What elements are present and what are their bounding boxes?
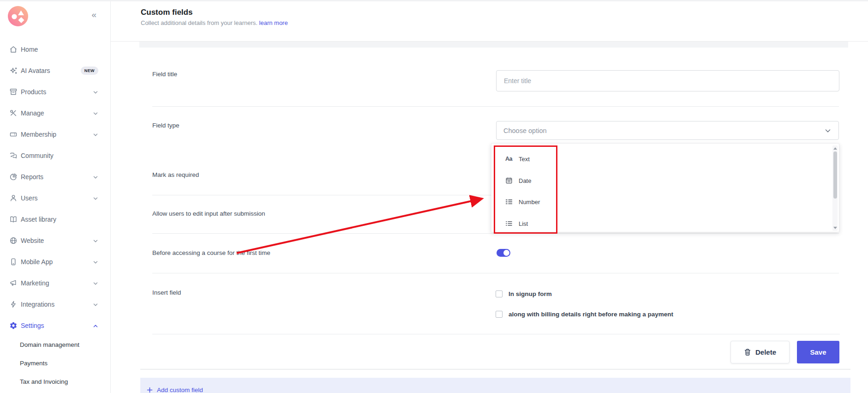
sidebar-subitem-payments[interactable]: Payments: [0, 354, 110, 372]
field-title-label: Field title: [152, 71, 177, 78]
chevron-down-icon: [93, 302, 98, 309]
window-top-edge: [0, 0, 868, 1]
sidebar-item-settings[interactable]: Settings: [0, 315, 110, 336]
sidebar-item-label: Membership: [21, 131, 56, 138]
delete-button[interactable]: Delete: [730, 341, 790, 363]
integrations-zap-icon: [9, 300, 18, 308]
sidebar-nav: Home AI Avatars NEW Products Manage Memb…: [0, 39, 110, 336]
annotation-arrow: [231, 192, 489, 259]
add-custom-field-button[interactable]: Add custom field: [147, 387, 203, 393]
settings-submenu: Domain management Payments Tax and Invoi…: [0, 335, 110, 391]
billing-details-label: along with billing details right before …: [509, 311, 673, 318]
chevron-down-icon: [93, 195, 98, 203]
users-icon: [9, 194, 18, 202]
sidebar-item-community[interactable]: Community: [0, 145, 110, 166]
sidebar-item-asset-library[interactable]: Asset library: [0, 209, 110, 230]
sidebar-item-mobile-app[interactable]: Mobile App: [0, 251, 110, 272]
sidebar-item-ai-avatars[interactable]: AI Avatars NEW: [0, 60, 110, 81]
sidebar-item-products[interactable]: Products: [0, 81, 110, 103]
sidebar-item-label: Marketing: [21, 279, 49, 287]
manage-tools-icon: [9, 109, 18, 117]
select-placeholder: Choose option: [503, 127, 547, 134]
community-chat-icon: [9, 151, 18, 160]
save-button[interactable]: Save: [797, 341, 839, 363]
sidebar-item-label: AI Avatars: [21, 67, 50, 74]
chevron-down-icon: [93, 110, 98, 118]
membership-ticket-icon: [9, 130, 18, 139]
allow-edit-label: Allow users to edit input after submissi…: [152, 210, 265, 217]
scrollbar-down-arrow-icon[interactable]: [833, 227, 837, 229]
brand-logo[interactable]: [8, 6, 28, 26]
field-type-label: Field type: [152, 122, 180, 129]
chevron-down-icon: [93, 259, 98, 266]
chevron-up-icon: [93, 323, 98, 330]
settings-gear-icon: [9, 321, 18, 330]
save-button-label: Save: [810, 348, 826, 356]
sidebar-item-users[interactable]: Users: [0, 187, 110, 209]
chevron-down-icon: [93, 89, 98, 97]
row-divider: [152, 273, 839, 273]
logo-icon: [8, 6, 28, 26]
field-type-select[interactable]: Choose option: [496, 121, 839, 140]
scrollbar-thumb[interactable]: [833, 151, 837, 199]
add-custom-field-section: Add custom field: [140, 378, 850, 393]
row-divider: [152, 106, 839, 107]
sidebar-item-website[interactable]: Website: [0, 230, 110, 251]
page-subtitle: Collect additional details from your lea…: [141, 19, 288, 26]
before-access-label: Before accessing a course for the first …: [152, 249, 270, 256]
sidebar-item-label: Integrations: [21, 301, 54, 308]
page-title: Custom fields: [141, 8, 192, 17]
products-box-icon: [9, 88, 18, 96]
mobile-app-phone-icon: [9, 258, 18, 266]
sidebar-item-label: Products: [21, 88, 46, 96]
sidebar-item-label: Settings: [21, 322, 44, 329]
sidebar-collapse-icon[interactable]: «: [91, 10, 96, 19]
sidebar-item-label: Website: [21, 237, 44, 244]
add-custom-field-label: Add custom field: [157, 387, 203, 393]
scroll-gap: [139, 42, 848, 48]
sidebar-item-label: Users: [21, 194, 38, 202]
asset-library-book-icon: [9, 215, 18, 224]
chevron-down-icon: [93, 174, 98, 181]
subtitle-text: Collect additional details from your lea…: [141, 19, 257, 26]
sidebar-item-label: Reports: [21, 173, 43, 181]
billing-details-checkbox[interactable]: [496, 311, 503, 318]
new-badge: NEW: [81, 67, 98, 75]
website-globe-icon: [9, 236, 18, 245]
app-window: « Home AI Avatars NEW Products Manage: [0, 0, 868, 393]
annotation-rectangle: [494, 145, 557, 234]
sidebar-item-label: Mobile App: [21, 258, 53, 266]
chevron-down-icon: [824, 127, 832, 134]
sidebar-item-label: Home: [21, 46, 38, 53]
field-title-input[interactable]: [496, 70, 839, 91]
sidebar-item-integrations[interactable]: Integrations: [0, 294, 110, 315]
sidebar: « Home AI Avatars NEW Products Manage: [0, 0, 111, 393]
sidebar-item-marketing[interactable]: Marketing: [0, 272, 110, 294]
trash-icon: [744, 348, 751, 356]
toggle-knob: [503, 250, 509, 256]
page-header: Custom fields Collect additional details…: [111, 0, 868, 42]
row-divider: [152, 334, 840, 334]
delete-button-label: Delete: [755, 348, 776, 356]
plus-icon: [147, 387, 153, 393]
mark-as-required-label: Mark as required: [152, 171, 199, 178]
sidebar-subitem-domain-management[interactable]: Domain management: [0, 335, 110, 354]
in-signup-form-checkbox[interactable]: [496, 290, 503, 297]
insert-field-label: Insert field: [152, 289, 181, 296]
chevron-down-icon: [93, 238, 98, 245]
in-signup-form-label: In signup form: [509, 290, 552, 297]
learn-more-link[interactable]: learn more: [259, 19, 288, 26]
sidebar-item-manage[interactable]: Manage: [0, 103, 110, 124]
sidebar-item-home[interactable]: Home: [0, 39, 110, 60]
reports-pie-icon: [9, 173, 18, 181]
sidebar-item-label: Community: [21, 152, 54, 159]
scrollbar-up-arrow-icon[interactable]: [833, 147, 837, 150]
sidebar-item-label: Manage: [21, 109, 44, 117]
chevron-down-icon: [93, 280, 98, 288]
before-access-toggle[interactable]: [497, 249, 510, 257]
dropdown-scrollbar[interactable]: [832, 145, 838, 231]
sidebar-subitem-tax-and-invoicing[interactable]: Tax and Invoicing: [0, 372, 110, 391]
sidebar-item-membership[interactable]: Membership: [0, 124, 110, 145]
sidebar-item-reports[interactable]: Reports: [0, 166, 110, 187]
ai-sparkles-icon: [9, 67, 18, 75]
